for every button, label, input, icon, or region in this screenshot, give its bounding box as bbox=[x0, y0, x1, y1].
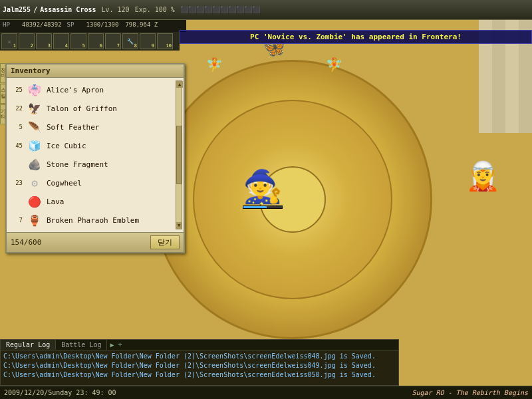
announcement-text: PC 'Novice vs. Zombie' has appeared in F… bbox=[250, 33, 462, 41]
item-name-3: Soft Feather bbox=[47, 123, 99, 132]
inventory-capacity: 154/600 bbox=[11, 238, 41, 247]
list-item[interactable]: 23 ⚙️ Cogwheel bbox=[8, 174, 182, 192]
percent-bar: ⬛⬛⬛⬛⬛⬛⬛⬛⬛⬛ bbox=[180, 6, 260, 13]
item-icon-5: 🪨 bbox=[27, 156, 43, 172]
item-icon-4: 🧊 bbox=[27, 138, 43, 154]
player-name: Jalm255 bbox=[3, 6, 31, 13]
sp-value: 1300/1300 bbox=[86, 21, 119, 28]
item-icon-2: 🦅 bbox=[27, 100, 43, 116]
quick-slot-2[interactable]: 2 bbox=[19, 33, 35, 49]
player-character: 🧙 bbox=[246, 160, 279, 213]
item-name-4: Ice Cubic bbox=[47, 142, 86, 150]
log-area: Regular Log Battle Log ▶ + C:\Users\admi… bbox=[0, 339, 399, 386]
log-line-1: C:\Users\admin\Desktop\New Folder\New Fo… bbox=[3, 352, 396, 361]
inventory-window: Inventory 25 👘 Alice's Apron 22 🦅 Talon … bbox=[5, 63, 185, 253]
hp-row: HP 48392/48392 SP 1300/1300 798,964 Z bbox=[3, 21, 184, 28]
item-count-2: 22 bbox=[11, 105, 23, 112]
list-item[interactable]: 5 🪶 Soft Feather bbox=[8, 118, 182, 136]
item-count-8: 7 bbox=[11, 217, 23, 223]
sp-label: SP bbox=[67, 21, 84, 28]
log-line-2: C:\Users\admin\Desktop\New Folder\New Fo… bbox=[3, 361, 396, 370]
close-inventory-button[interactable]: 닫기 bbox=[150, 235, 180, 249]
inventory-title: Inventory bbox=[7, 65, 184, 78]
item-count-4: 45 bbox=[11, 142, 23, 149]
list-item[interactable]: 🪨 Stone Fragment bbox=[8, 155, 182, 174]
job-class: / bbox=[33, 6, 37, 13]
status-bar: 2009/12/20/Sunday 23: 49: 00 Sugar RO - … bbox=[0, 386, 532, 399]
scroll-up[interactable]: ▲ bbox=[176, 81, 183, 88]
zeny-value: 798,964 Z bbox=[125, 21, 158, 28]
item-icon-1: 👘 bbox=[27, 82, 43, 98]
quick-slot-5[interactable]: 5 bbox=[70, 33, 86, 49]
server-label: Sugar RO - The Rebirth Begins bbox=[412, 389, 528, 396]
exp-label: Exp. 100 % bbox=[135, 6, 175, 13]
fairy-right: 🧚 bbox=[326, 57, 342, 72]
item-name-5: Stone Fragment bbox=[47, 160, 108, 169]
quick-slot-6[interactable]: 6 bbox=[88, 33, 104, 49]
scrollbar-thumb[interactable] bbox=[176, 126, 182, 185]
log-tabs: Regular Log Battle Log ▶ + bbox=[1, 340, 398, 350]
level-label: Lv. 120 bbox=[101, 6, 129, 13]
wall-corner bbox=[479, 0, 532, 133]
hp-value: 48392/48392 bbox=[22, 21, 62, 28]
list-item[interactable]: 🔴 Lava bbox=[8, 192, 182, 211]
quick-slot-1[interactable]: ⚔ 1 bbox=[1, 33, 17, 49]
item-name-8: Broken Pharaoh Emblem bbox=[47, 216, 139, 225]
list-item[interactable]: 25 👘 Alice's Apron bbox=[8, 80, 182, 99]
item-name-2: Talon of Griffon bbox=[47, 104, 117, 113]
inventory-footer: 154/600 닫기 bbox=[7, 232, 184, 252]
item-icon-8: 🏺 bbox=[27, 212, 43, 228]
list-item[interactable]: 7 🏺 Broken Pharaoh Emblem bbox=[8, 211, 182, 229]
floor-mandala bbox=[153, 60, 432, 339]
item-icon-3: 🪶 bbox=[27, 119, 43, 135]
scroll-down[interactable]: ▼ bbox=[176, 222, 182, 229]
job-class-label: Assassin Cross bbox=[40, 6, 96, 13]
quick-slot-7[interactable]: 7 bbox=[105, 33, 121, 49]
item-count-1: 25 bbox=[11, 86, 23, 93]
item-count-3: 5 bbox=[11, 124, 23, 130]
list-item[interactable]: 22 🦅 Talon of Griffon bbox=[8, 99, 182, 118]
hud-bar: Jalm255 / Assassin Cross Lv. 120 Exp. 10… bbox=[0, 0, 532, 20]
log-content: C:\Users\admin\Desktop\New Folder\New Fo… bbox=[1, 350, 398, 385]
tab-battle-log[interactable]: Battle Log bbox=[56, 340, 107, 350]
list-item[interactable]: 45 🧊 Ice Cubic bbox=[8, 136, 182, 155]
hp-label: HP bbox=[3, 21, 19, 28]
item-count-6: 23 bbox=[11, 180, 23, 186]
add-tab-button[interactable]: ▶ + bbox=[107, 340, 124, 350]
inventory-list: 25 👘 Alice's Apron 22 🦅 Talon of Griffon… bbox=[7, 78, 184, 232]
stat-bars: HP 48392/48392 SP 1300/1300 798,964 Z bbox=[0, 20, 186, 32]
quick-slot-4[interactable]: 4 bbox=[53, 33, 69, 49]
log-line-3: C:\Users\admin\Desktop\New Folder\New Fo… bbox=[3, 370, 396, 380]
tab-regular-log[interactable]: Regular Log bbox=[1, 340, 56, 350]
item-icon-7: 🔴 bbox=[27, 194, 43, 209]
quick-slot-3[interactable]: 3 bbox=[36, 33, 52, 49]
quick-slot-10[interactable]: 10 bbox=[157, 33, 173, 49]
item-name-7: Lava bbox=[47, 198, 65, 206]
quick-slot-8[interactable]: 🔧 8 bbox=[122, 33, 138, 49]
item-name-1: Alice's Apron bbox=[47, 86, 104, 94]
fairy-left: 🧚 bbox=[206, 57, 223, 72]
item-icon-6: ⚙️ bbox=[27, 175, 43, 191]
item-name-6: Cogwheel bbox=[47, 179, 82, 188]
announcement-banner: PC 'Novice vs. Zombie' has appeared in F… bbox=[180, 30, 532, 44]
quick-bar: ⚔ 1 2 3 4 5 6 7 🔧 8 9 10 bbox=[0, 32, 180, 51]
npc-character: 🧝 bbox=[466, 160, 492, 206]
inventory-scrollbar[interactable]: ▲ ▼ bbox=[176, 80, 182, 229]
quick-slot-9[interactable]: 9 bbox=[140, 33, 156, 49]
datetime-label: 2009/12/20/Sunday 23: 49: 00 bbox=[4, 389, 116, 396]
